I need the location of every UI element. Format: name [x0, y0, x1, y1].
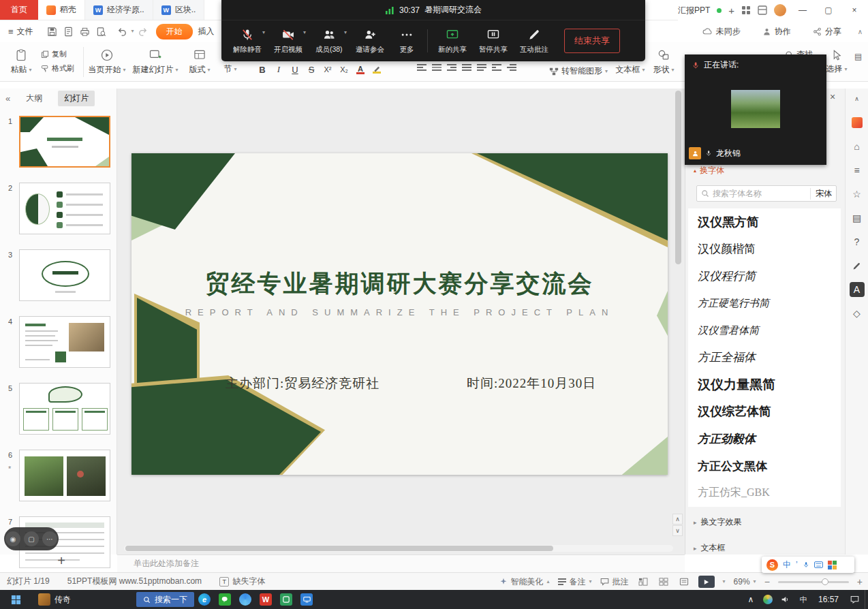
vertical-scrollbar[interactable] [675, 91, 681, 264]
font-list-item[interactable]: 汉仪综艺体简 [688, 399, 841, 426]
underline-button[interactable]: U [288, 63, 303, 76]
collab-button[interactable]: 协作 [757, 26, 796, 37]
taskbar-wps-icon[interactable]: W [255, 590, 276, 609]
tray-clock[interactable]: 16:57 [813, 595, 844, 604]
ime-toolbox-icon[interactable] [828, 561, 837, 569]
members-button[interactable]: 成员(38) ▾ [309, 22, 350, 59]
tray-volume-icon[interactable] [777, 590, 794, 609]
save-icon[interactable] [44, 27, 61, 37]
taskbar-browser-icon[interactable] [235, 590, 255, 609]
subscript-button[interactable]: X₂ [337, 63, 352, 76]
taskbar-edge-icon[interactable]: e [194, 590, 215, 609]
fonts-panel-icon[interactable]: A [850, 282, 865, 297]
tab-doc-1[interactable]: W 经济学原.. [85, 0, 153, 20]
slide-thumbnail-4[interactable] [19, 316, 110, 368]
tab-doc-2[interactable]: W 区块.. [153, 0, 205, 20]
shapes-panel-icon[interactable]: ◇ [850, 306, 865, 321]
shapes-button[interactable]: 形状▾ [649, 45, 679, 79]
tray-notification-icon[interactable] [846, 590, 863, 609]
share-button[interactable]: 分享 [807, 26, 847, 37]
outline-panel-icon[interactable]: ≡ [850, 163, 865, 178]
layout-button[interactable]: 版式▾ [184, 45, 215, 79]
bullet-list-icon[interactable] [477, 64, 486, 71]
layout-panel-icon[interactable]: ▤ [850, 210, 865, 225]
taskbar-green-app-icon[interactable] [276, 590, 296, 609]
pen-panel-icon[interactable] [850, 258, 865, 273]
meeting-video-panel[interactable]: 正在讲话: 龙秋锦 [685, 54, 826, 165]
strikethrough-button[interactable]: S [304, 63, 319, 76]
zoom-slider[interactable] [778, 581, 849, 583]
font-list-item[interactable]: 方正硬笔行书简 [688, 290, 841, 317]
slide-thumbnail-2[interactable] [19, 183, 110, 234]
invite-button[interactable]: 邀请参会 [350, 22, 390, 59]
normal-view-icon[interactable] [637, 576, 649, 587]
collapse-sidebar-icon[interactable]: « [5, 93, 10, 104]
font-list-item[interactable]: 汉仪程行简 [688, 263, 841, 290]
ime-keyboard-icon[interactable] [814, 561, 823, 568]
copy-button[interactable]: 复制 [41, 49, 74, 59]
participant-video[interactable] [731, 90, 780, 128]
help-icon[interactable]: ? [850, 234, 865, 249]
slide-date-text[interactable]: 时间:2022年10月30日 [467, 375, 596, 392]
beautify-button[interactable]: 智能美化 ▴ [499, 576, 550, 588]
tab-slides[interactable]: 幻灯片 [58, 91, 95, 106]
missing-font-status[interactable]: T 缺失字体 [219, 576, 265, 587]
show-desktop-button[interactable] [865, 590, 868, 609]
horizontal-scrollbar[interactable] [124, 545, 673, 552]
end-share-button[interactable]: 结束共享 [564, 29, 620, 53]
new-share-button[interactable]: 新的共享 [432, 22, 473, 59]
collapse-ribbon-icon[interactable]: ∧ [858, 28, 863, 35]
font-list-item[interactable]: 汉仪力量黑简 [688, 371, 841, 399]
redo-icon[interactable] [134, 27, 152, 37]
tray-color-app-icon[interactable] [760, 590, 776, 609]
font-list-item[interactable]: 汉仪颜楷简 [688, 236, 841, 263]
close-button[interactable]: × [845, 0, 864, 20]
font-list-item[interactable]: 汉仪雪君体简 [688, 317, 841, 344]
slide-thumbnail-6[interactable] [19, 450, 110, 501]
close-panel-button[interactable]: × [826, 90, 839, 104]
font-search-input[interactable] [713, 189, 807, 198]
layout-switch-icon[interactable] [758, 5, 767, 15]
sync-status[interactable]: 未同步 [697, 26, 746, 37]
unmute-button[interactable]: 解除静音 ▾ [227, 22, 268, 59]
maximize-button[interactable]: ▢ [819, 0, 838, 20]
user-avatar[interactable] [774, 4, 786, 16]
sogou-logo-icon[interactable]: S [766, 559, 778, 571]
widget-window-icon[interactable]: ▢ [24, 531, 39, 546]
skin-icon[interactable] [850, 115, 865, 130]
floating-widget[interactable]: ◉ ▢ ⋯ [4, 527, 59, 550]
bold-button[interactable]: B [255, 63, 270, 76]
font-list-item[interactable]: 方正公文黑体 [688, 452, 841, 480]
indent-icon[interactable] [507, 64, 516, 71]
more-button[interactable]: 更多 [390, 22, 423, 59]
annotate-button[interactable]: 互动批注 [514, 22, 555, 59]
task-pane-toggle-icon[interactable]: ▤ [854, 52, 862, 61]
line-spacing-icon[interactable] [492, 64, 501, 71]
ribbon-tab-insert[interactable]: 插入 [193, 26, 220, 37]
align-center-icon[interactable] [432, 64, 441, 71]
paste-button[interactable]: 粘贴▾ [5, 45, 37, 79]
slide-title-text[interactable]: 贸经专业暑期调研大赛分享交流会 [131, 268, 668, 300]
play-options-caret-icon[interactable]: ▾ [723, 579, 726, 584]
font-list-item[interactable]: 方正全福体 [688, 344, 841, 371]
ribbon-tab-start[interactable]: 开始 [156, 24, 193, 40]
reading-view-icon[interactable] [678, 576, 690, 587]
text-effect-section-header[interactable]: ▸ 换文字效果 [694, 516, 742, 528]
highlight-button[interactable] [369, 63, 384, 76]
align-right-icon[interactable] [447, 64, 456, 71]
apps-grid-icon[interactable] [741, 5, 751, 15]
undo-icon[interactable] [114, 27, 131, 37]
file-menu[interactable]: ≡ 文件 [3, 26, 39, 37]
favorites-icon[interactable]: ☆ [850, 187, 865, 202]
home-panel-icon[interactable]: ⌂ [850, 139, 865, 154]
export-pdf-icon[interactable] [61, 27, 77, 37]
new-tab-button[interactable]: + [728, 5, 734, 16]
pause-share-button[interactable]: 暂停共享 [473, 22, 514, 59]
previous-slide-button[interactable]: ∧ [672, 514, 683, 525]
widget-record-icon[interactable]: ◉ [5, 531, 20, 546]
ime-toolbar[interactable]: S 中 ’ [762, 557, 854, 573]
italic-button[interactable]: I [271, 63, 286, 76]
slide-organizer-text[interactable]: 主办部门:贸易经济竞研社 [226, 375, 379, 392]
slide-thumbnail-1[interactable] [19, 116, 110, 168]
ime-punctuation-icon[interactable]: ’ [796, 560, 798, 569]
